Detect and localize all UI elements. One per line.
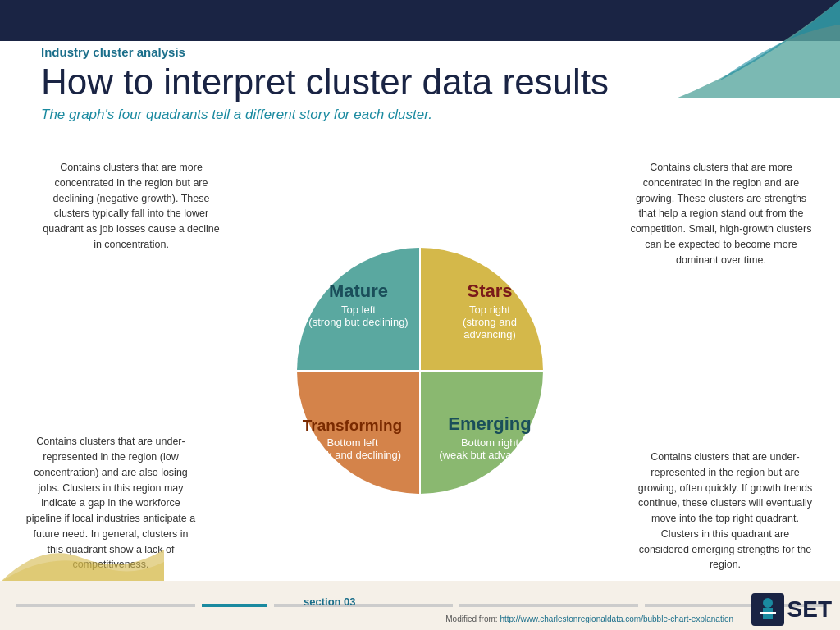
set-icon-svg (751, 593, 784, 626)
mature-desc: (strong but declining) (305, 316, 412, 328)
page-subtitle: The graph's four quadrants tell a differ… (41, 107, 799, 123)
stars-label: Stars Top right (strong and advancing) (436, 281, 543, 340)
section-label: section 03 (304, 596, 356, 608)
industry-label: Industry cluster analysis (41, 45, 799, 59)
emerging-position: Bottom right (436, 436, 543, 449)
transforming-desc: (weak and declining) (293, 449, 412, 461)
desc-top-left: Contains clusters that are more concentr… (41, 160, 221, 253)
mature-name: Mature (305, 281, 412, 302)
credit-prefix: Modified from: (445, 614, 500, 623)
credit-text: Modified from: http://www.charlestonregi… (445, 614, 733, 623)
emerging-name: Emerging (436, 413, 543, 435)
stars-name: Stars (436, 281, 543, 302)
emerging-desc: (weak but advancing) (436, 449, 543, 461)
footer-line-1 (16, 604, 195, 607)
mature-label: Mature Top left (strong but declining) (305, 281, 412, 328)
footer-lines (0, 604, 840, 607)
emerging-label: Emerging Bottom right (weak but advancin… (436, 413, 543, 461)
desc-top-right: Contains clusters that are more concentr… (627, 160, 815, 267)
pie-chart: Mature Top left (strong but declining) S… (281, 231, 559, 510)
main-content: Contains clusters that are more concentr… (0, 160, 840, 581)
credit-link[interactable]: http://www.charlestonregionaldata.com/bu… (500, 614, 733, 623)
transforming-name: Transforming (293, 417, 412, 435)
mature-position: Top left (305, 304, 412, 316)
set-logo-text: SET (788, 596, 832, 623)
header-section: Industry cluster analysis How to interpr… (41, 45, 799, 123)
svg-point-3 (763, 598, 773, 608)
page-title: How to interpret cluster data results (41, 62, 799, 102)
stars-desc: (strong and advancing) (436, 316, 543, 340)
desc-bottom-right: Contains clusters that are under-represe… (635, 450, 815, 573)
set-logo: SET (751, 593, 832, 626)
footer-line-accent (202, 604, 267, 607)
stars-position: Top right (436, 304, 543, 316)
footer-line-3 (459, 604, 638, 607)
wave-decoration (0, 533, 164, 582)
transforming-position: Bottom left (293, 436, 412, 449)
footer-bar: section 03 Modified from: http://www.cha… (0, 581, 840, 630)
transforming-label: Transforming Bottom left (weak and decli… (293, 417, 412, 461)
footer-line-2 (274, 604, 453, 607)
